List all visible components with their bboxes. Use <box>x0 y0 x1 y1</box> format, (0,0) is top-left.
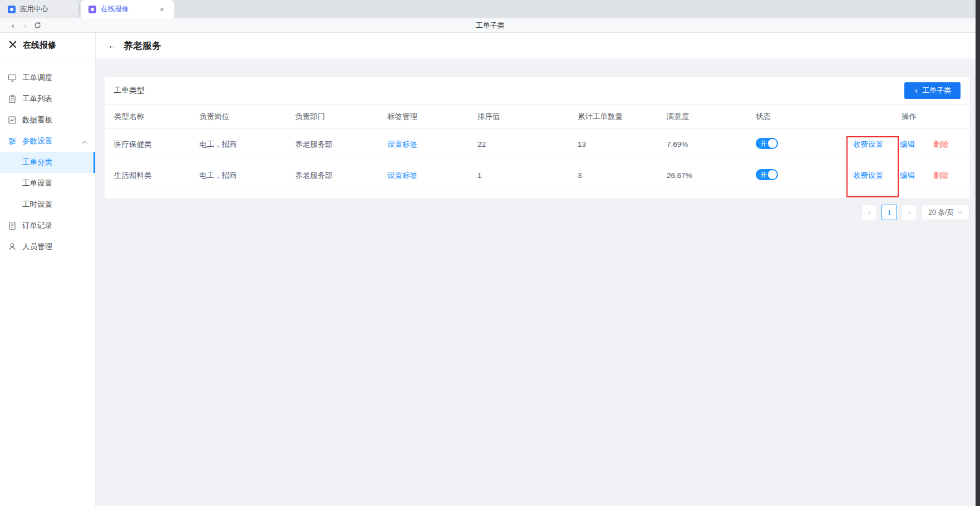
toggle-on-label: 开 <box>760 138 767 149</box>
sidebar-subitem-label: 工时设置 <box>22 200 52 210</box>
sidebar-item-personnel[interactable]: 人员管理 <box>0 236 95 257</box>
toggle-knob <box>768 170 777 179</box>
plus-icon: + <box>914 87 918 95</box>
cell-satisfaction: 7.69% <box>667 129 756 160</box>
tab-app-center[interactable]: 应用中心 <box>0 0 78 18</box>
sidebar-item-order-records[interactable]: 订单记录 <box>0 215 95 236</box>
sidebar: 在线报修 工单调度 工单列表 数据看板 参数设置 <box>0 33 96 506</box>
card-header: 工单类型 + 工单子类 <box>105 77 969 104</box>
main-content: ← 养老服务 工单类型 + 工单子类 类型名称 负责岗位 <box>96 33 980 506</box>
table-header-row: 类型名称 负责岗位 负责部门 标签管理 排序值 累计工单数量 满意度 状态 操作 <box>105 105 969 129</box>
cell-total-orders: 13 <box>578 129 667 160</box>
sidebar-item-label: 工单列表 <box>22 94 52 104</box>
prev-page-icon[interactable]: ‹ <box>861 205 877 220</box>
page-size-select[interactable]: 20 条/页 <box>922 205 969 220</box>
forward-nav-icon[interactable]: › <box>19 20 31 31</box>
sidebar-item-label: 订单记录 <box>22 221 52 231</box>
chart-icon <box>8 116 17 125</box>
tab-label: 在线报修 <box>101 4 129 14</box>
browser-tab-bar: 应用中心 在线报修 × <box>0 0 980 18</box>
page-window-title: 工单子类 <box>0 21 980 31</box>
sidebar-item-worklist[interactable]: 工单列表 <box>0 88 95 110</box>
monitor-icon <box>8 73 17 82</box>
table-row: 医疗保健类 电工，招商 养老服务部 设置标签 22 13 7.69% 开 <box>105 129 969 160</box>
add-subtype-label: 工单子类 <box>922 86 951 96</box>
sidebar-item-label: 人员管理 <box>22 242 52 252</box>
sidebar-item-parameters[interactable]: 参数设置 <box>0 131 95 152</box>
delete-link[interactable]: 删除 <box>934 140 949 148</box>
sidebar-app-title: 在线报修 <box>23 40 56 51</box>
chevron-up-icon <box>82 137 87 146</box>
status-toggle[interactable]: 开 <box>756 138 778 149</box>
page-title: 养老服务 <box>124 39 161 52</box>
cell-department: 养老服务部 <box>295 129 387 160</box>
cell-total-orders: 3 <box>578 160 667 191</box>
next-page-icon[interactable]: › <box>902 205 917 220</box>
page-header: ← 养老服务 <box>96 33 980 58</box>
sidebar-subitem-work-hours-settings[interactable]: 工时设置 <box>0 194 95 215</box>
back-arrow-icon[interactable]: ← <box>108 41 117 50</box>
sidebar-menu: 工单调度 工单列表 数据看板 参数设置 工单分类 工单设置 <box>0 58 95 257</box>
card-title: 工单类型 <box>114 86 145 96</box>
table-row: 生活照料类 电工，招商 养老服务部 设置标签 1 3 26.67% 开 <box>105 160 969 191</box>
chevron-down-icon <box>958 211 963 214</box>
work-order-type-card: 工单类型 + 工单子类 类型名称 负责岗位 负责部门 标签管理 <box>105 77 969 198</box>
col-tag-management: 标签管理 <box>387 105 477 129</box>
sidebar-item-label: 工单调度 <box>22 73 52 83</box>
sidebar-subitem-label: 工单分类 <box>22 157 52 167</box>
tab-label: 应用中心 <box>20 4 48 14</box>
tab-separator <box>79 5 80 14</box>
clipboard-icon <box>8 95 17 103</box>
app-center-icon <box>8 6 16 13</box>
delete-link[interactable]: 删除 <box>934 171 949 180</box>
document-icon <box>8 221 17 230</box>
edit-link[interactable]: 编辑 <box>900 140 915 148</box>
sidebar-subitem-work-order-settings[interactable]: 工单设置 <box>0 173 95 194</box>
toggle-on-label: 开 <box>760 169 767 180</box>
set-tags-link[interactable]: 设置标签 <box>387 140 417 148</box>
pagination: ‹ 1 › 20 条/页 <box>96 205 980 220</box>
set-tags-link[interactable]: 设置标签 <box>387 171 417 180</box>
col-type-name: 类型名称 <box>105 105 199 129</box>
cell-type-name: 医疗保健类 <box>105 129 199 160</box>
person-icon <box>8 242 17 251</box>
col-sort-value: 排序值 <box>477 105 578 129</box>
sidebar-subitem-work-order-category[interactable]: 工单分类 <box>0 152 95 173</box>
window-right-edge <box>976 0 980 506</box>
page-size-value: 20 条/页 <box>928 208 954 217</box>
refresh-icon[interactable] <box>31 20 43 31</box>
browser-toolbar: ‹ › 工单子类 <box>0 18 980 33</box>
tools-icon <box>8 39 18 51</box>
online-repair-icon <box>88 6 96 13</box>
status-toggle[interactable]: 开 <box>756 169 778 180</box>
col-satisfaction: 满意度 <box>667 105 756 129</box>
fee-settings-link[interactable]: 收费设置 <box>853 171 883 180</box>
cell-department: 养老服务部 <box>295 160 387 191</box>
sidebar-item-label: 参数设置 <box>22 136 52 146</box>
fee-settings-link[interactable]: 收费设置 <box>853 140 883 148</box>
col-department: 负责部门 <box>295 105 387 129</box>
back-nav-icon[interactable]: ‹ <box>7 20 19 31</box>
add-subtype-button[interactable]: + 工单子类 <box>904 82 961 99</box>
close-icon[interactable]: × <box>157 4 166 14</box>
cell-sort-value: 1 <box>477 160 578 191</box>
sidebar-item-dashboard[interactable]: 数据看板 <box>0 110 95 131</box>
current-page-button[interactable]: 1 <box>881 205 897 220</box>
toggle-knob <box>768 139 777 148</box>
work-order-table: 类型名称 负责岗位 负责部门 标签管理 排序值 累计工单数量 满意度 状态 操作… <box>105 104 969 191</box>
cell-position: 电工，招商 <box>199 160 295 191</box>
sidebar-item-label: 数据看板 <box>22 115 52 125</box>
cell-sort-value: 22 <box>477 129 578 160</box>
col-total-orders: 累计工单数量 <box>578 105 667 129</box>
sidebar-app-header: 在线报修 <box>0 33 95 58</box>
cell-satisfaction: 26.67% <box>667 160 756 191</box>
cell-type-name: 生活照料类 <box>105 160 199 191</box>
col-status: 状态 <box>756 105 851 129</box>
col-position: 负责岗位 <box>199 105 295 129</box>
edit-link[interactable]: 编辑 <box>900 171 915 180</box>
sidebar-subitem-label: 工单设置 <box>22 178 52 188</box>
sliders-icon <box>8 137 17 146</box>
cell-position: 电工，招商 <box>199 129 295 160</box>
tab-online-repair[interactable]: 在线报修 × <box>81 0 174 18</box>
sidebar-item-dispatch[interactable]: 工单调度 <box>0 67 95 88</box>
